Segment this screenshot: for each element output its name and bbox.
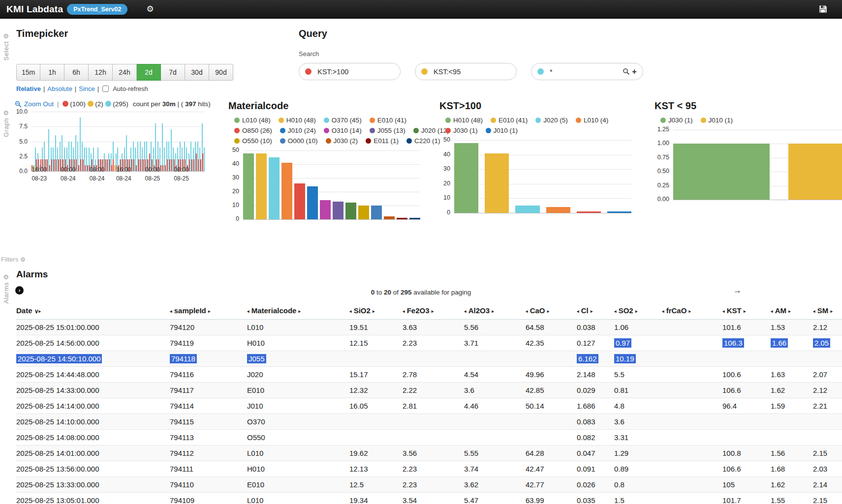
- cell-SM[interactable]: 2.05: [813, 335, 842, 351]
- cell-CaO[interactable]: 42.47: [526, 461, 577, 476]
- cell-Cl[interactable]: 0.038: [577, 319, 614, 335]
- move-column-right-icon[interactable]: ▸: [635, 309, 638, 314]
- bar-O310[interactable]: [320, 200, 331, 219]
- select-gear-icon[interactable]: ⚙: [3, 32, 9, 40]
- kst-lt-95-chart[interactable]: 1.251.000.750.500.250.00: [655, 124, 842, 203]
- query-hits-dot[interactable]: [105, 101, 111, 107]
- cell-CaO[interactable]: 42.77: [526, 476, 577, 492]
- move-column-left-icon[interactable]: ◂: [349, 309, 352, 314]
- cell-SiO2[interactable]: 12.32: [349, 382, 403, 398]
- cell-Materialcode[interactable]: L010: [247, 445, 349, 461]
- column-header-sampleId[interactable]: ◂ sampleId ▸: [170, 302, 247, 319]
- cell-SM[interactable]: [813, 414, 842, 429]
- cell-SM[interactable]: 2.12: [813, 319, 842, 335]
- cell-Date[interactable]: 2025-08-25 13:05:01.000: [16, 492, 170, 504]
- cell-sampleId[interactable]: 794120: [170, 319, 247, 335]
- move-column-left-icon[interactable]: ◂: [403, 309, 405, 314]
- cell-sampleId[interactable]: 794112: [170, 445, 247, 461]
- legend-item[interactable]: J020 (5): [535, 117, 568, 124]
- bar-J010[interactable]: [788, 144, 842, 200]
- bar-L010[interactable]: [243, 153, 254, 219]
- kst-gt-100-chart[interactable]: 50403020100: [439, 134, 636, 216]
- bar-E010[interactable]: [281, 163, 292, 219]
- move-column-left-icon[interactable]: ◂: [614, 309, 617, 314]
- legend-item[interactable]: J010 (24): [280, 127, 316, 134]
- move-column-right-icon[interactable]: ▸: [547, 309, 550, 314]
- cell-sampleId[interactable]: 794119: [170, 335, 247, 351]
- cell-KST[interactable]: 100.6: [722, 366, 771, 382]
- cell-Cl[interactable]: 0.047: [577, 445, 614, 461]
- cell-Fe2O3[interactable]: 3.56: [403, 445, 464, 461]
- cell-Fe2O3[interactable]: 2.23: [403, 335, 464, 351]
- cell-SO2[interactable]: 3.6: [614, 414, 662, 429]
- cell-Al2O3[interactable]: 4.46: [464, 398, 526, 414]
- cell-frCaO[interactable]: [662, 461, 722, 476]
- cell-Fe2O3[interactable]: 2.81: [403, 398, 464, 414]
- cell-Cl[interactable]: 2.148: [577, 366, 614, 382]
- cell-AM[interactable]: 1.56: [771, 445, 813, 461]
- legend-item[interactable]: O000 (10): [280, 137, 318, 145]
- move-column-right-icon[interactable]: ▸: [830, 309, 833, 314]
- cell-SM[interactable]: 2.07: [813, 366, 842, 382]
- move-column-right-icon[interactable]: ▸: [299, 309, 301, 314]
- cell-Date[interactable]: 2025-08-25 14:33:00.000: [16, 382, 170, 398]
- cell-sampleId[interactable]: 794117: [170, 382, 247, 398]
- legend-item[interactable]: J010 (1): [486, 127, 518, 134]
- cell-AM[interactable]: 1.62: [771, 382, 813, 398]
- settings-gear-icon[interactable]: ⚙: [146, 4, 154, 14]
- bar-E010[interactable]: [485, 153, 509, 213]
- query-text-2[interactable]: KST:<95: [434, 68, 510, 76]
- cell-CaO[interactable]: 50.14: [526, 398, 577, 414]
- cell-AM[interactable]: [771, 351, 813, 366]
- graph-gear-icon[interactable]: ⚙: [3, 109, 9, 117]
- legend-item[interactable]: O370 (45): [324, 117, 362, 124]
- cell-Cl[interactable]: 0.082: [577, 429, 614, 445]
- cell-sampleId[interactable]: 794110: [170, 476, 247, 492]
- table-row[interactable]: 2025-08-25 14:08:00.000794113O5500.0823.…: [16, 429, 842, 445]
- bar-H010[interactable]: [256, 153, 267, 219]
- cell-AM[interactable]: [771, 414, 813, 429]
- cell-Materialcode[interactable]: O370: [247, 414, 349, 429]
- legend-item[interactable]: L010 (48): [234, 117, 271, 124]
- cell-Materialcode[interactable]: H010: [247, 335, 349, 351]
- cell-SiO2[interactable]: 12.15: [349, 335, 403, 351]
- cell-frCaO[interactable]: [662, 319, 722, 335]
- cell-CaO[interactable]: 64.58: [526, 319, 577, 335]
- column-header-Date[interactable]: Date ∨▸: [16, 302, 170, 319]
- column-header-Materialcode[interactable]: ◂ Materialcode ▸: [247, 302, 349, 319]
- move-column-right-icon[interactable]: ▸: [788, 309, 791, 314]
- cell-SO2[interactable]: 4.8: [614, 398, 662, 414]
- column-header-SO2[interactable]: ◂ SO2 ▸: [614, 302, 662, 319]
- query-text-1[interactable]: KST:>100: [317, 68, 394, 76]
- cell-AM[interactable]: 1.55: [771, 492, 813, 504]
- move-column-left-icon[interactable]: ◂: [813, 309, 815, 314]
- cell-sampleId[interactable]: 794114: [170, 398, 247, 414]
- cell-sampleId[interactable]: 794111: [170, 461, 247, 476]
- zoom-out-link[interactable]: Zoom Out: [24, 100, 54, 108]
- legend-item[interactable]: H010 (48): [279, 117, 316, 124]
- cell-sampleId[interactable]: 794116: [170, 366, 247, 382]
- cell-AM[interactable]: 1.66: [771, 335, 813, 351]
- bar-O550[interactable]: [358, 206, 369, 219]
- cell-KST[interactable]: 101.6: [722, 319, 771, 335]
- cell-Al2O3[interactable]: 3.6: [464, 382, 526, 398]
- cell-KST[interactable]: 101.7: [722, 492, 771, 504]
- bar-O000[interactable]: [371, 206, 382, 219]
- table-row[interactable]: 2025-08-25 14:44:48.000794116J02015.172.…: [16, 366, 842, 382]
- legend-item[interactable]: J010 (1): [701, 117, 733, 124]
- table-row[interactable]: 2025-08-25 13:33:00.000794110E01012.52.2…: [16, 476, 842, 492]
- table-row[interactable]: 2025-08-25 15:01:00.000794120L01019.513.…: [16, 319, 842, 335]
- absolute-link[interactable]: Absolute: [47, 85, 72, 92]
- cell-SO2[interactable]: 0.97: [614, 335, 662, 351]
- bar-J020[interactable]: [345, 203, 356, 219]
- cell-frCaO[interactable]: [662, 429, 722, 445]
- legend-item[interactable]: O550 (10): [234, 137, 272, 145]
- cell-Materialcode[interactable]: H010: [247, 461, 349, 476]
- bar-H010[interactable]: [454, 143, 478, 213]
- cell-SiO2[interactable]: 15.17: [349, 366, 403, 382]
- move-column-right-icon[interactable]: ▸: [38, 309, 41, 314]
- column-header-SM[interactable]: ◂ SM ▸: [813, 302, 842, 319]
- bar-J030[interactable]: [673, 144, 770, 200]
- cell-Date[interactable]: 2025-08-25 15:01:00.000: [16, 319, 170, 335]
- relative-link[interactable]: Relative: [16, 85, 41, 92]
